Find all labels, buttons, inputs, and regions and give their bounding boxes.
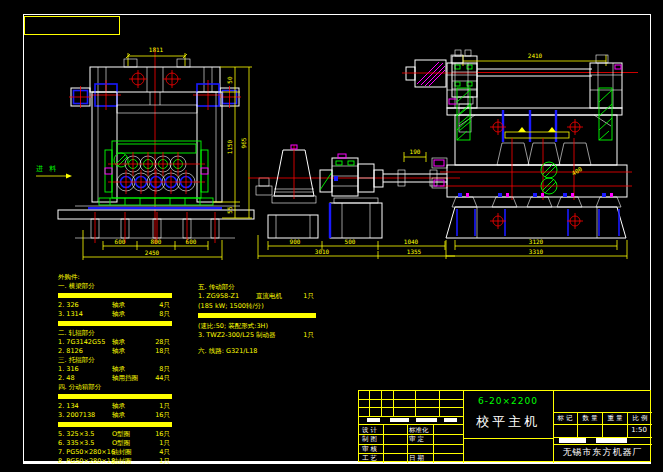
tb-role-date: 日 期 <box>409 454 424 463</box>
dim-lv-b2: 800 <box>151 238 162 245</box>
company-name: 无锡市东方机器厂 <box>553 446 652 459</box>
signature-blank <box>444 418 457 423</box>
left-view-front: 1811 <box>36 46 254 260</box>
dim-rv-b2: 3310 <box>529 248 544 255</box>
dim-lv-r1: 50 <box>226 76 233 84</box>
dim-lv-r3: 965 <box>240 137 247 148</box>
tb-role-check: 审 核 <box>362 445 377 454</box>
dim-rv-top: 2410 <box>528 52 543 59</box>
parts-section: 四. 分动箱部分 <box>58 384 172 393</box>
dim-rv-plate: 400 <box>570 165 583 177</box>
dim-lv-total: 2450 <box>145 249 160 256</box>
feed-label: 进 料 <box>36 165 58 173</box>
dim-lv-b3: 600 <box>186 238 197 245</box>
beam-screw-target-left <box>129 70 147 88</box>
signature-blank <box>559 438 586 443</box>
tb-col-qty: 数 量 <box>578 414 602 423</box>
tb-role-draft: 制 图 <box>362 435 377 444</box>
tb-col-weight: 重 量 <box>603 414 627 423</box>
dim-rv-b1: 3120 <box>529 238 544 245</box>
right-view-side: 2410 <box>432 52 632 259</box>
signature-blank <box>596 438 627 443</box>
drive-train: 190 900 500 1040 3010 1355 <box>248 145 460 259</box>
feed-arrow-icon <box>66 174 72 179</box>
parts-item: 8. PG50×280×18油封圈1只 <box>58 458 172 467</box>
tb-col-mark: 标 记 <box>553 414 577 423</box>
scale-value: 1:50 <box>627 426 651 434</box>
dim-lv-b1: 600 <box>115 238 126 245</box>
model-designation: 6-20×2200 <box>463 396 553 406</box>
dim-lv-r2: 1150 <box>226 139 233 154</box>
dim-lv-r4: 55 <box>226 206 233 214</box>
signature-blank <box>416 418 437 423</box>
top-motor-unit <box>402 50 638 132</box>
signature-blank <box>390 418 409 423</box>
tb-role-process: 工 艺 <box>362 454 377 463</box>
tb-col-scale: 比 例 <box>628 414 652 423</box>
beam-screw-target-right <box>163 70 181 88</box>
drawing-title: 校平主机 <box>463 413 553 431</box>
dim-mid-b5: 1355 <box>407 248 422 255</box>
parts-section: 六. 线路: G321/L18 <box>198 348 316 357</box>
foot-bolt-markers <box>458 193 613 197</box>
tb-role-standardize: 标准化 <box>409 426 429 435</box>
tb-role-approve: 审 定 <box>409 435 424 444</box>
parts-list-right: 五. 传动部分 1. ZG958-Z1直流电机1只 (185 kW; 1500转… <box>198 284 316 358</box>
title-block: 设 计 标准化 制 图 审 定 审 核 工 艺 日 期 6-20×2200 校平… <box>358 390 651 462</box>
bed-rail <box>88 207 222 210</box>
parts-note: (185 kW; 1500转/分) <box>198 303 316 312</box>
signature-blank <box>367 418 380 423</box>
tb-role-design: 设 计 <box>362 426 377 435</box>
dim-mid-b2: 500 <box>345 238 356 245</box>
roller-cassette <box>105 141 208 198</box>
dim-mid-b1: 900 <box>290 238 301 245</box>
parts-section: 一. 横梁部分 <box>58 283 172 292</box>
dim-mid-b3: 1040 <box>404 238 419 245</box>
drawing-sheet: 1811 <box>0 0 663 472</box>
dim-lv-top: 1811 <box>149 46 164 53</box>
parts-item: 3. 1314轴承8只 <box>58 311 172 320</box>
parts-item: 3. TWZ2-300/L25制动器1只 <box>198 332 316 341</box>
parts-item: 3. 2007138轴承16只 <box>58 412 172 421</box>
dim-dt-top: 190 <box>410 148 421 155</box>
dim-mid-b4: 3010 <box>315 248 330 255</box>
parts-list-left: 外购件: 一. 横梁部分 2. 326轴承4只 3. 1314轴承8只 二. 轧… <box>58 274 172 467</box>
